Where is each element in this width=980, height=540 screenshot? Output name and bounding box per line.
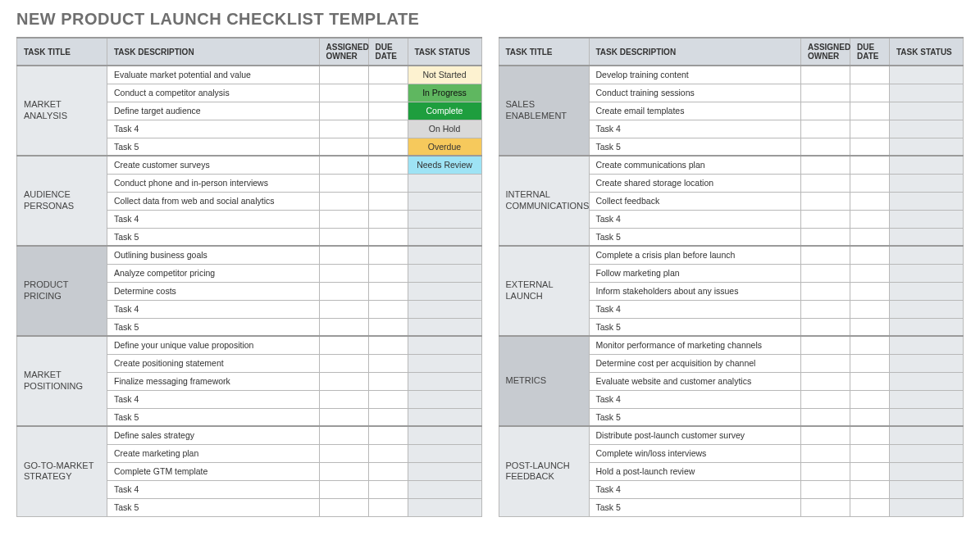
due-date-cell[interactable] [368,462,408,480]
task-status-cell[interactable] [408,192,481,210]
assigned-owner-cell[interactable] [801,300,850,318]
due-date-cell[interactable] [850,354,890,372]
assigned-owner-cell[interactable] [801,210,850,228]
assigned-owner-cell[interactable] [801,336,850,354]
task-status-cell[interactable] [890,228,964,246]
task-status-cell[interactable] [890,66,964,84]
assigned-owner-cell[interactable] [319,66,368,84]
task-status-cell[interactable] [890,336,964,354]
task-status-cell[interactable] [890,174,964,192]
task-status-cell[interactable] [408,408,481,426]
assigned-owner-cell[interactable] [801,444,850,462]
assigned-owner-cell[interactable] [319,318,368,336]
assigned-owner-cell[interactable] [801,174,850,192]
assigned-owner-cell[interactable] [801,390,850,408]
assigned-owner-cell[interactable] [801,138,850,156]
assigned-owner-cell[interactable] [319,246,368,264]
task-description[interactable]: Determine cost per acquisition by channe… [589,354,801,372]
due-date-cell[interactable] [368,228,408,246]
assigned-owner-cell[interactable] [319,300,368,318]
task-status-cell[interactable] [890,300,964,318]
assigned-owner-cell[interactable] [319,336,368,354]
due-date-cell[interactable] [850,120,890,138]
assigned-owner-cell[interactable] [801,498,850,516]
task-description[interactable]: Create positioning statement [107,354,320,372]
task-status-cell[interactable] [408,444,481,462]
task-description[interactable]: Evaluate market potential and value [107,66,320,84]
due-date-cell[interactable] [850,174,890,192]
task-status-cell[interactable] [890,120,964,138]
task-description[interactable]: Task 5 [589,228,801,246]
task-description[interactable]: Create communications plan [589,156,801,174]
assigned-owner-cell[interactable] [319,156,368,174]
task-description[interactable]: Analyze competitor pricing [107,264,320,282]
task-status-cell[interactable]: Needs Review [408,156,481,174]
task-description[interactable]: Task 4 [107,210,320,228]
due-date-cell[interactable] [850,84,890,102]
task-description[interactable]: Task 5 [107,228,320,246]
task-status-cell[interactable] [890,480,964,498]
due-date-cell[interactable] [368,66,408,84]
due-date-cell[interactable] [368,318,408,336]
task-description[interactable]: Determine costs [107,282,320,300]
task-status-cell[interactable] [408,390,481,408]
task-status-cell[interactable] [890,84,964,102]
assigned-owner-cell[interactable] [319,282,368,300]
task-description[interactable]: Complete win/loss interviews [589,444,801,462]
task-status-cell[interactable] [890,102,964,120]
task-description[interactable]: Task 5 [589,498,801,516]
task-description[interactable]: Evaluate website and customer analytics [589,372,801,390]
due-date-cell[interactable] [368,156,408,174]
assigned-owner-cell[interactable] [801,354,850,372]
assigned-owner-cell[interactable] [801,66,850,84]
assigned-owner-cell[interactable] [801,192,850,210]
task-status-cell[interactable]: On Hold [408,120,481,138]
task-description[interactable]: Complete a crisis plan before launch [589,246,801,264]
task-status-cell[interactable] [408,246,481,264]
task-description[interactable]: Create marketing plan [107,444,320,462]
due-date-cell[interactable] [850,66,890,84]
assigned-owner-cell[interactable] [319,426,368,444]
task-description[interactable]: Complete GTM template [107,462,320,480]
assigned-owner-cell[interactable] [801,246,850,264]
due-date-cell[interactable] [368,192,408,210]
due-date-cell[interactable] [850,246,890,264]
due-date-cell[interactable] [368,390,408,408]
task-description[interactable]: Task 4 [107,480,320,498]
task-status-cell[interactable] [890,408,964,426]
assigned-owner-cell[interactable] [319,210,368,228]
task-description[interactable]: Follow marketing plan [589,264,801,282]
task-status-cell[interactable]: Complete [408,102,481,120]
assigned-owner-cell[interactable] [319,174,368,192]
task-description[interactable]: Task 4 [589,390,801,408]
due-date-cell[interactable] [368,426,408,444]
task-status-cell[interactable] [408,264,481,282]
task-description[interactable]: Task 5 [589,138,801,156]
due-date-cell[interactable] [850,300,890,318]
assigned-owner-cell[interactable] [319,390,368,408]
assigned-owner-cell[interactable] [801,372,850,390]
due-date-cell[interactable] [850,264,890,282]
task-description[interactable]: Collect data from web and social analyti… [107,192,320,210]
assigned-owner-cell[interactable] [801,282,850,300]
due-date-cell[interactable] [368,102,408,120]
task-status-cell[interactable] [408,174,481,192]
task-description[interactable]: Monitor performance of marketing channel… [589,336,801,354]
task-description[interactable]: Conduct a competitor analysis [107,84,320,102]
task-status-cell[interactable] [890,282,964,300]
task-status-cell[interactable] [408,498,481,516]
due-date-cell[interactable] [850,210,890,228]
task-description[interactable]: Task 4 [589,120,801,138]
task-description[interactable]: Task 5 [107,498,320,516]
assigned-owner-cell[interactable] [319,498,368,516]
task-description[interactable]: Task 4 [589,300,801,318]
due-date-cell[interactable] [368,246,408,264]
task-status-cell[interactable] [890,210,964,228]
due-date-cell[interactable] [368,336,408,354]
task-status-cell[interactable] [890,318,964,336]
due-date-cell[interactable] [368,174,408,192]
due-date-cell[interactable] [850,498,890,516]
task-status-cell[interactable] [408,426,481,444]
task-status-cell[interactable] [890,354,964,372]
task-description[interactable]: Define target audience [107,102,320,120]
